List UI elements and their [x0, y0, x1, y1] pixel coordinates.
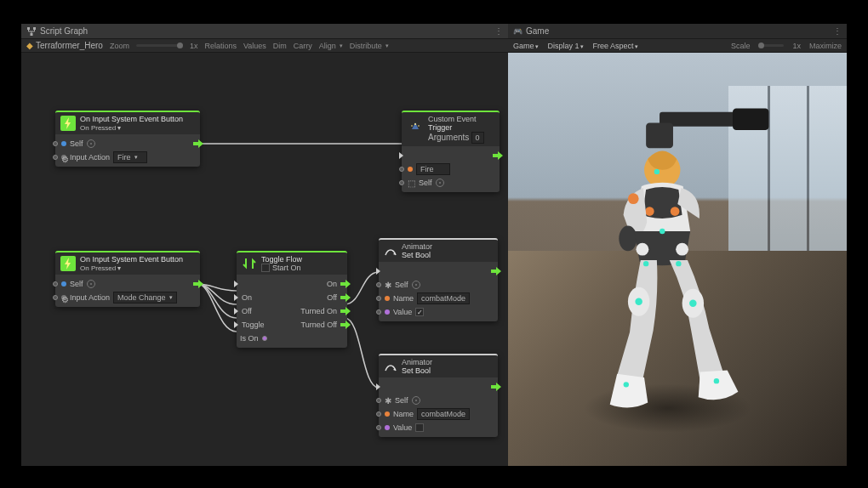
- event-mode-dropdown[interactable]: On Pressed: [80, 124, 183, 132]
- animator-port-icon: ✱: [385, 281, 391, 290]
- target-icon[interactable]: [436, 179, 444, 187]
- svg-point-14: [628, 194, 639, 205]
- node-toggle-flow[interactable]: Toggle Flow Start On On OnOff OffTurned …: [237, 251, 347, 348]
- svg-rect-7: [733, 109, 768, 130]
- bool-name-field[interactable]: combatMode: [417, 408, 470, 420]
- flow-out-on[interactable]: [340, 280, 351, 288]
- svg-point-5: [418, 125, 420, 127]
- animator-icon: [384, 245, 397, 257]
- character-hero: [556, 102, 773, 433]
- flow-out-off[interactable]: [340, 293, 351, 302]
- flow-in-port[interactable]: [376, 268, 380, 275]
- is-on-port[interactable]: [262, 336, 267, 341]
- input-action-dropdown[interactable]: Mode Change: [113, 292, 177, 304]
- lightning-icon: [60, 116, 76, 131]
- tab-label: Script Graph: [40, 26, 88, 36]
- flow-out-turned-on[interactable]: [340, 307, 351, 315]
- display-target-dropdown[interactable]: Game: [513, 42, 539, 50]
- svg-point-24: [643, 261, 648, 266]
- tb-carry[interactable]: Carry: [294, 42, 312, 50]
- node-input-event-mode[interactable]: On Input System Event ButtonOn Pressed S…: [55, 251, 200, 307]
- svg-point-10: [654, 169, 659, 174]
- flow-in-port[interactable]: [376, 383, 380, 390]
- node-input-event-fire[interactable]: On Input System Event ButtonOn Pressed S…: [55, 111, 200, 167]
- graph-canvas[interactable]: On Input System Event ButtonOn Pressed S…: [21, 53, 508, 466]
- svg-point-13: [619, 226, 637, 252]
- scale-slider[interactable]: [758, 44, 784, 47]
- graph-toolbar: ◆ Terraformer_Hero Zoom 1x Relations Val…: [21, 39, 508, 53]
- tb-values[interactable]: Values: [243, 42, 266, 50]
- zoom-value: 1x: [190, 42, 198, 50]
- animator-icon: [384, 360, 397, 372]
- wizard-icon: [407, 121, 424, 138]
- bool-name-field[interactable]: combatMode: [417, 292, 470, 304]
- start-on-checkbox[interactable]: [261, 264, 270, 272]
- tb-relations[interactable]: Relations: [204, 42, 237, 50]
- aspect-dropdown[interactable]: Free Aspect: [592, 42, 638, 50]
- event-mode-dropdown[interactable]: On Pressed: [80, 264, 183, 272]
- svg-point-16: [676, 243, 688, 256]
- svg-point-12: [671, 207, 680, 217]
- tb-dim[interactable]: Dim: [273, 42, 287, 50]
- svg-point-21: [623, 383, 628, 388]
- event-name-field[interactable]: Fire: [416, 163, 450, 175]
- flow-out-turned-off[interactable]: [340, 321, 351, 329]
- breadcrumb[interactable]: ◆ Terraformer_Hero: [26, 41, 103, 50]
- value-checkbox[interactable]: [415, 423, 424, 432]
- flow-out-port[interactable]: [193, 139, 203, 148]
- target-icon[interactable]: [87, 280, 95, 288]
- node-custom-event-trigger[interactable]: Custom EventTrigger Arguments 0 Fire ⬚Se…: [402, 111, 500, 192]
- node-set-bool-on[interactable]: AnimatorSet Bool ✱Self NamecombatMode Va…: [379, 238, 498, 321]
- game-viewport: [508, 53, 847, 466]
- svg-point-15: [636, 243, 648, 256]
- game-tab[interactable]: 🎮 Game ⋮: [508, 24, 847, 39]
- target-icon[interactable]: [412, 396, 420, 405]
- flow-out-port[interactable]: [491, 383, 501, 391]
- svg-rect-8: [646, 123, 673, 149]
- target-icon[interactable]: [87, 139, 95, 148]
- zoom-label: Zoom: [110, 42, 129, 50]
- zoom-slider[interactable]: [136, 44, 183, 47]
- value-checkbox[interactable]: ✓: [415, 308, 424, 316]
- breadcrumb-icon: ◆: [26, 41, 33, 50]
- flow-in-port[interactable]: [399, 152, 403, 159]
- tab-menu-icon[interactable]: ⋮: [494, 26, 503, 36]
- tb-distribute[interactable]: Distribute: [350, 42, 389, 50]
- tb-align[interactable]: Align: [319, 42, 343, 50]
- arguments-field[interactable]: 0: [471, 132, 484, 144]
- game-toolbar: Game Display 1 Free Aspect Scale 1x Maxi…: [508, 39, 847, 53]
- svg-rect-0: [27, 27, 30, 30]
- node-set-bool-off[interactable]: AnimatorSet Bool ✱Self NamecombatMode Va…: [379, 354, 498, 437]
- target-icon[interactable]: [412, 281, 420, 289]
- tab-menu-icon[interactable]: ⋮: [833, 26, 842, 36]
- input-action-dropdown[interactable]: Fire: [113, 151, 147, 163]
- svg-point-23: [660, 229, 665, 234]
- svg-rect-2: [31, 33, 33, 36]
- svg-point-20: [689, 300, 696, 307]
- script-graph-tab[interactable]: Script Graph ⋮: [21, 24, 508, 39]
- svg-rect-1: [33, 27, 36, 30]
- svg-point-11: [645, 207, 654, 217]
- toggle-icon: [242, 256, 257, 271]
- flow-out-port[interactable]: [493, 151, 503, 160]
- display-dropdown[interactable]: Display 1: [547, 42, 584, 50]
- flow-in-port[interactable]: [234, 281, 238, 287]
- svg-point-22: [713, 378, 718, 383]
- svg-point-25: [676, 261, 681, 266]
- svg-point-19: [635, 298, 642, 305]
- flow-out-port[interactable]: [491, 267, 501, 275]
- game-icon: 🎮: [513, 27, 523, 36]
- lightning-icon: [60, 256, 76, 271]
- graph-icon: [26, 26, 37, 37]
- gear-icon: ⚙: [61, 155, 66, 160]
- cube-icon: ⬚: [408, 179, 415, 188]
- flow-out-port[interactable]: [193, 280, 203, 288]
- svg-point-3: [414, 123, 416, 125]
- svg-point-4: [411, 125, 413, 127]
- maximize-button[interactable]: Maximize: [809, 42, 842, 50]
